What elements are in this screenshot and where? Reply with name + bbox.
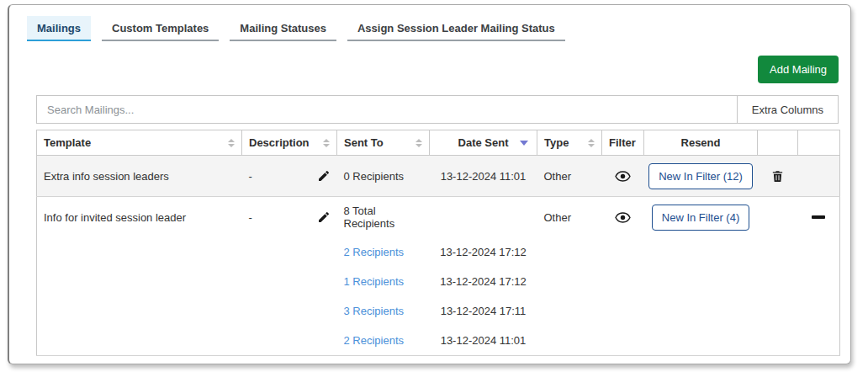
header-date-sent-label: Date Sent bbox=[458, 136, 509, 149]
recipients-link[interactable]: 2 Recipients bbox=[344, 334, 405, 347]
header-actions-2 bbox=[798, 130, 840, 156]
resend-button[interactable]: New In Filter (4) bbox=[652, 205, 749, 231]
template-cell: Extra info session leaders bbox=[44, 156, 236, 196]
type-value: Other bbox=[544, 156, 595, 196]
sent-to-value: 8 Total Recipients bbox=[344, 197, 423, 237]
header-actions-1 bbox=[758, 130, 798, 156]
tab-bar: Mailings Custom Templates Mailing Status… bbox=[27, 16, 839, 41]
header-type-label: Type bbox=[544, 136, 569, 149]
collapse-minus-icon[interactable] bbox=[812, 215, 825, 219]
sort-icon bbox=[323, 139, 330, 147]
recipients-link[interactable]: 1 Recipients bbox=[344, 275, 405, 288]
batch-date: 13-12-2024 17:11 bbox=[437, 296, 531, 326]
add-mailing-button[interactable]: Add Mailing bbox=[758, 56, 839, 83]
mailings-panel: Mailings Custom Templates Mailing Status… bbox=[8, 4, 851, 364]
header-description[interactable]: Description bbox=[242, 130, 337, 156]
header-description-label: Description bbox=[249, 136, 310, 149]
toolbar: Add Mailing bbox=[36, 56, 839, 83]
pencil-icon[interactable] bbox=[317, 169, 331, 183]
sorted-desc-icon bbox=[520, 141, 528, 146]
tab-mailing-statuses[interactable]: Mailing Statuses bbox=[230, 16, 336, 41]
header-resend-label: Resend bbox=[681, 136, 721, 149]
header-date-sent[interactable]: Date Sent bbox=[430, 130, 537, 156]
header-sent-to-label: Sent To bbox=[344, 136, 384, 149]
table-row: Extra info session leaders - 0 Recipient… bbox=[37, 156, 840, 197]
header-resend: Resend bbox=[644, 130, 758, 156]
sent-to-value: 0 Recipients bbox=[344, 156, 423, 196]
resend-button[interactable]: New In Filter (12) bbox=[648, 163, 753, 189]
type-value: Other bbox=[544, 197, 595, 237]
sort-icon bbox=[228, 139, 235, 147]
header-filter-label: Filter bbox=[609, 136, 636, 149]
template-cell: Info for invited session leader bbox=[44, 197, 236, 237]
batch-date: 13-12-2024 17:12 bbox=[437, 237, 531, 267]
header-filter: Filter bbox=[602, 130, 644, 156]
pencil-icon[interactable] bbox=[317, 210, 331, 224]
recipients-link[interactable]: 3 Recipients bbox=[344, 305, 405, 317]
trash-icon[interactable] bbox=[770, 169, 785, 183]
sort-icon bbox=[588, 139, 595, 147]
header-template[interactable]: Template bbox=[37, 130, 242, 156]
search-bar: Extra Columns bbox=[36, 95, 839, 124]
sort-icon bbox=[415, 139, 422, 147]
header-template-label: Template bbox=[44, 136, 91, 149]
batch-date: 13-12-2024 11:01 bbox=[437, 326, 531, 355]
date-sent-value: 13-12-2024 11:01 bbox=[437, 156, 531, 196]
header-sent-to[interactable]: Sent To bbox=[337, 130, 430, 156]
tab-mailings[interactable]: Mailings bbox=[27, 16, 91, 41]
table-header-row: Template Description Sent To bbox=[37, 130, 840, 156]
description-value: - bbox=[249, 170, 252, 183]
eye-icon[interactable] bbox=[615, 212, 631, 223]
header-type[interactable]: Type bbox=[537, 130, 602, 156]
date-sent-value bbox=[437, 197, 531, 237]
tab-assign-session-leader-mailing-status[interactable]: Assign Session Leader Mailing Status bbox=[347, 16, 565, 41]
recipients-link[interactable]: 2 Recipients bbox=[344, 246, 405, 258]
search-input[interactable] bbox=[36, 95, 738, 124]
batch-date: 13-12-2024 17:12 bbox=[437, 267, 531, 296]
mailings-table: Template Description Sent To bbox=[36, 130, 840, 356]
extra-columns-button[interactable]: Extra Columns bbox=[737, 95, 839, 124]
description-value: - bbox=[249, 211, 252, 224]
tab-custom-templates[interactable]: Custom Templates bbox=[102, 16, 219, 41]
eye-icon[interactable] bbox=[615, 171, 631, 182]
table-row: Info for invited session leader - 8 Tota… bbox=[37, 197, 840, 356]
